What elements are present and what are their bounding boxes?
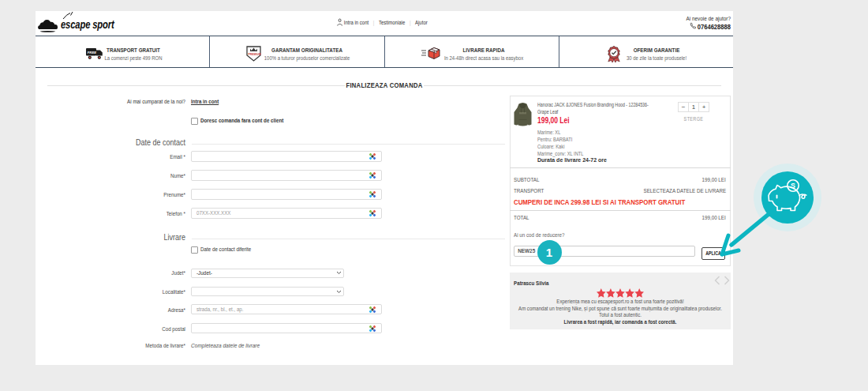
svg-text:S: S	[791, 182, 795, 190]
svg-text:PREMIUM: PREMIUM	[248, 53, 260, 56]
svg-text:FREE: FREE	[87, 51, 95, 55]
